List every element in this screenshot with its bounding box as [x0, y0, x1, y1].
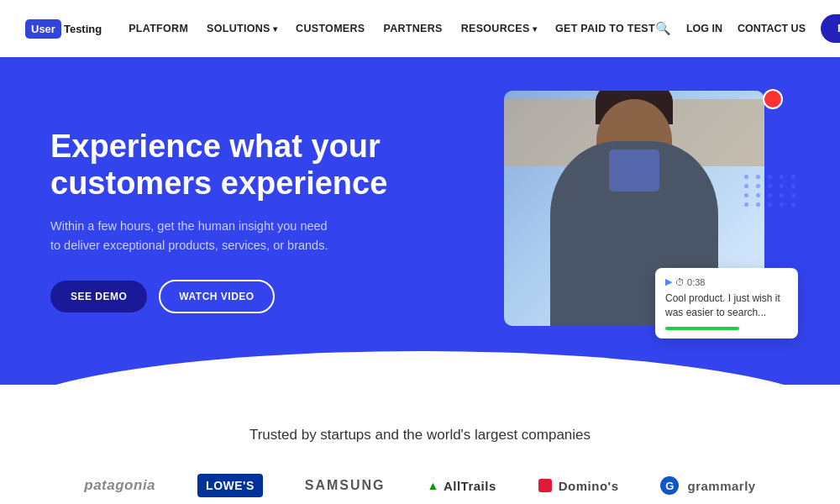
- brand-patagonia: patagonia: [84, 477, 155, 494]
- nav-get-paid[interactable]: GET PAID TO TEST: [555, 23, 655, 34]
- hero-buttons: SEE DEMO WATCH VIDEO: [50, 280, 403, 313]
- dominos-icon: [538, 479, 552, 492]
- logo-user-text: User: [31, 23, 55, 35]
- trusted-section: Trusted by startups and the world's larg…: [0, 385, 840, 504]
- hero-subtitle: Within a few hours, get the human insigh…: [50, 217, 336, 255]
- comment-progress-bar: [665, 327, 739, 330]
- watch-video-button[interactable]: WATCH VIDEO: [159, 280, 274, 313]
- nav-resources[interactable]: RESOURCES: [461, 23, 537, 34]
- record-indicator: [763, 89, 783, 109]
- comment-bubble: ▶ ⏱ 0:38 Cool product. I just wish it wa…: [655, 268, 798, 339]
- nav-right: 🔍 LOG IN CONTACT US REQUEST TRIAL: [655, 14, 840, 43]
- nav-platform[interactable]: PLATFORM: [129, 23, 188, 34]
- trusted-title: Trusted by startups and the world's larg…: [50, 427, 790, 444]
- brand-lowes: LOWE'S: [197, 474, 263, 497]
- video-icon: ▶: [665, 276, 672, 287]
- contact-us-link[interactable]: CONTACT US: [738, 23, 806, 34]
- logo-testing-text: Testing: [64, 23, 102, 35]
- nav-customers[interactable]: CUSTOMERS: [296, 23, 365, 34]
- comment-text: Cool product. I just wish it was easier …: [665, 291, 788, 320]
- brand-dominos: Domino's: [538, 479, 619, 493]
- hero-visual: ▶ ⏱ 0:38 Cool product. I just wish it wa…: [487, 74, 798, 351]
- hero-content: Experience what your customers experienc…: [50, 129, 403, 313]
- comment-timestamp: ▶ ⏱ 0:38: [665, 276, 788, 287]
- see-demo-button[interactable]: SEE DEMO: [50, 281, 147, 312]
- logo[interactable]: User Testing: [25, 19, 102, 39]
- search-icon[interactable]: 🔍: [655, 21, 671, 36]
- hero-section: Experience what your customers experienc…: [0, 57, 840, 385]
- dots-decoration: [744, 175, 798, 207]
- nav-solutions[interactable]: SOLUTIONS: [207, 23, 277, 34]
- nav-partners[interactable]: PARTNERS: [383, 23, 442, 34]
- brand-samsung: SAMSUNG: [305, 478, 386, 493]
- navbar: User Testing PLATFORM SOLUTIONS CUSTOMER…: [0, 0, 840, 57]
- nav-links: PLATFORM SOLUTIONS CUSTOMERS PARTNERS RE…: [129, 23, 655, 34]
- brand-alltrails: ▲ AllTrails: [428, 479, 496, 493]
- alltrails-icon: ▲: [428, 479, 439, 492]
- grammarly-icon: G: [660, 476, 679, 495]
- log-in-link[interactable]: LOG IN: [686, 23, 722, 34]
- brand-grammarly: G grammarly: [660, 476, 755, 495]
- hero-title: Experience what your customers experienc…: [50, 129, 403, 202]
- brand-logos-row: patagonia LOWE'S SAMSUNG ▲ AllTrails Dom…: [50, 474, 790, 497]
- request-trial-button[interactable]: REQUEST TRIAL: [821, 14, 840, 43]
